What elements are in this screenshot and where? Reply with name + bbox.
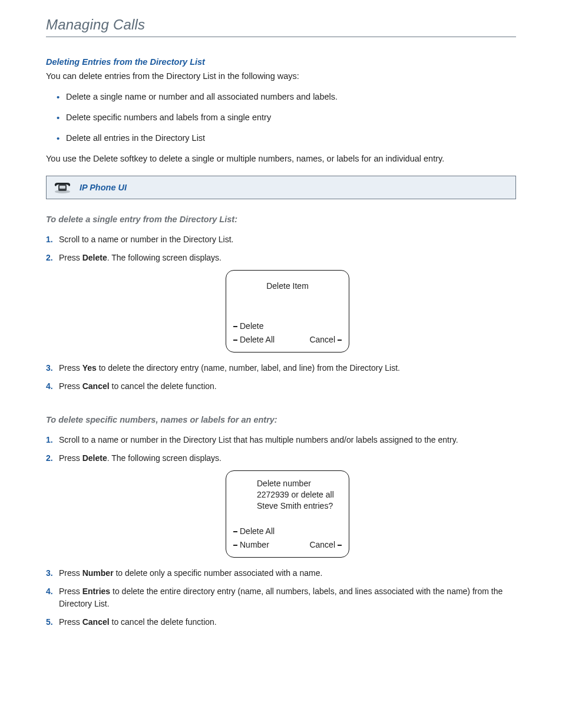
bullet-item: Delete all entries in the Directory List xyxy=(57,132,516,144)
screen-message: Delete number 2272939 or delete all Stev… xyxy=(257,478,342,512)
step-text: to cancel the delete function. xyxy=(110,617,217,627)
softkey-label: Delete xyxy=(240,320,263,332)
bullet-list: Delete a single name or number and all a… xyxy=(57,91,516,144)
dash-icon xyxy=(233,545,237,546)
softkey-delete-all[interactable]: Delete All xyxy=(233,334,275,346)
softkey-delete-all[interactable]: Delete All xyxy=(233,525,275,538)
dash-icon xyxy=(233,326,237,327)
step-keyword: Number xyxy=(82,568,114,578)
page-header: Managing Calls xyxy=(46,17,516,37)
screen-title: Delete Item xyxy=(233,280,342,292)
step-text: Press xyxy=(59,617,82,627)
banner-label: IP Phone UI xyxy=(80,183,127,192)
procedure-2-heading: To delete specific numbers, names or lab… xyxy=(46,415,516,424)
step-text: to delete the directory entry (name, num… xyxy=(97,363,400,373)
procedure-2-steps: Scroll to a name or number in the Direct… xyxy=(46,434,516,628)
softkey-area: Delete Delete All Cancel xyxy=(233,320,342,346)
procedure-1-steps: Scroll to a name or number in the Direct… xyxy=(46,233,516,393)
softkey-label: Cancel xyxy=(309,334,335,346)
step-item: Press Number to delete only a specific n… xyxy=(46,567,516,579)
step-text: Press xyxy=(59,253,82,262)
softkey-area: Delete All Number Cancel xyxy=(233,525,342,551)
step-item: Press Cancel to cancel the delete functi… xyxy=(46,616,516,628)
dash-icon xyxy=(233,340,237,341)
softkey-label: Number xyxy=(240,539,269,551)
step-text: . The following screen displays. xyxy=(107,253,222,262)
step-text: Press xyxy=(59,363,82,373)
phone-screen-delete-item: Delete Item Delete Delete All Cancel xyxy=(226,270,349,353)
step-text: to delete the entire directory entry (na… xyxy=(59,587,503,608)
page-title: Managing Calls xyxy=(46,17,516,33)
step-item: Scroll to a name or number in the Direct… xyxy=(46,434,516,446)
step-item: Press Cancel to cancel the delete functi… xyxy=(46,380,516,393)
softkey-label: Delete All xyxy=(240,525,275,538)
section-heading: Deleting Entries from the Directory List xyxy=(46,57,516,67)
softkey-label: Delete All xyxy=(240,334,275,346)
bullet-item: Delete a single name or number and all a… xyxy=(57,91,516,103)
softkey-label: Cancel xyxy=(309,539,335,551)
bullet-item: Delete specific numbers and labels from … xyxy=(57,111,516,124)
step-text: Scroll to a name or number in the Direct… xyxy=(59,435,458,444)
dash-icon xyxy=(233,531,237,532)
step-keyword: Delete xyxy=(82,453,107,463)
step-keyword: Cancel xyxy=(82,617,110,627)
step-keyword: Cancel xyxy=(82,381,110,391)
header-divider xyxy=(46,37,516,37)
procedure-1-heading: To delete a single entry from the Direct… xyxy=(46,215,516,224)
svg-rect-2 xyxy=(59,186,65,189)
step-text: Scroll to a name or number in the Direct… xyxy=(59,235,233,244)
step-item: Scroll to a name or number in the Direct… xyxy=(46,233,516,246)
step-keyword: Yes xyxy=(82,363,97,373)
softkey-cancel[interactable]: Cancel xyxy=(309,539,342,551)
step-item: Press Delete. The following screen displ… xyxy=(46,452,516,558)
dash-icon xyxy=(338,545,342,546)
dash-icon xyxy=(338,340,342,341)
phone-icon xyxy=(52,181,72,194)
step-text: to delete only a specific number associa… xyxy=(114,568,323,578)
step-text: Press xyxy=(59,453,82,463)
document-page: Managing Calls Deleting Entries from the… xyxy=(0,0,562,728)
step-item: Press Entries to delete the entire direc… xyxy=(46,585,516,610)
step-item: Press Yes to delete the directory entry … xyxy=(46,362,516,374)
step-keyword: Entries xyxy=(82,587,110,596)
step-text: Press xyxy=(59,587,82,596)
softkey-delete[interactable]: Delete xyxy=(233,320,263,332)
step-keyword: Delete xyxy=(82,253,107,262)
softkey-cancel[interactable]: Cancel xyxy=(309,334,342,346)
section-note: You use the Delete softkey to delete a s… xyxy=(46,153,516,165)
phone-screen-delete-number: Delete number 2272939 or delete all Stev… xyxy=(226,470,349,558)
step-text: Press xyxy=(59,568,82,578)
step-item: Press Delete. The following screen displ… xyxy=(46,252,516,353)
section-intro: You can delete entries from the Director… xyxy=(46,70,516,83)
ip-phone-ui-banner: IP Phone UI xyxy=(46,176,516,199)
step-text: . The following screen displays. xyxy=(107,453,222,463)
softkey-number[interactable]: Number xyxy=(233,539,269,551)
step-text: to cancel the delete function. xyxy=(110,381,217,391)
step-text: Press xyxy=(59,381,82,391)
